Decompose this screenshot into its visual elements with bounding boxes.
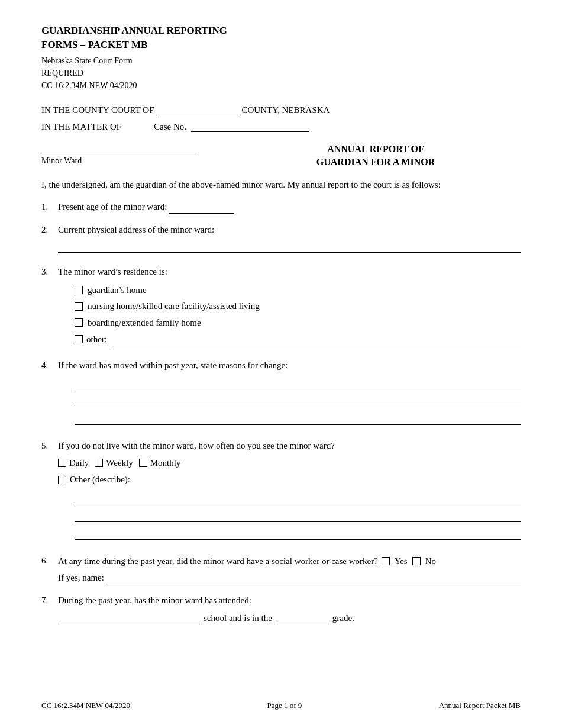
frequency-row: Daily Weekly Monthly xyxy=(58,456,521,470)
item-5-line3[interactable] xyxy=(75,527,521,540)
no-label: No xyxy=(425,554,436,568)
subtitle2: REQUIRED xyxy=(41,69,83,78)
checkbox-no[interactable] xyxy=(412,557,421,565)
page: GUARDIANSHIP ANNUAL REPORTING FORMS – PA… xyxy=(0,0,562,728)
school-text1: school and is in the xyxy=(204,611,272,625)
page-footer: CC 16:2.34M NEW 04/2020 Page 1 of 9 Annu… xyxy=(41,701,521,710)
item-6-text: At any time during the past year, did th… xyxy=(58,554,378,568)
freq-weekly: Weekly xyxy=(95,456,133,470)
daily-label: Daily xyxy=(69,456,89,470)
item-4-text: If the ward has moved within past year, … xyxy=(58,360,288,370)
residence-option-3: boarding/extended family home xyxy=(88,316,201,330)
residence-options: guardian’s home nursing home/skilled car… xyxy=(75,284,521,346)
annual-report-title: ANNUAL REPORT OF GUARDIAN FOR A MINOR xyxy=(231,143,521,169)
checkbox-yes[interactable] xyxy=(382,557,390,565)
checkbox-nursing-home[interactable] xyxy=(75,302,83,311)
item-2-num: 2. xyxy=(41,223,53,237)
matter-label: IN THE MATTER OF xyxy=(41,122,154,132)
county-court-label: IN THE COUNTY COURT OF xyxy=(41,105,154,115)
item-3: 3. The minor ward’s residence is: guardi… xyxy=(41,265,521,349)
residence-boarding: boarding/extended family home xyxy=(75,316,521,330)
address-field[interactable] xyxy=(58,239,521,254)
item-7-content: During the past year, has the minor ward… xyxy=(58,594,521,624)
checkbox-other-describe[interactable] xyxy=(58,476,66,484)
form-subtitle: Nebraska State Court Form REQUIRED CC 16… xyxy=(41,54,521,92)
residence-option-1: guardian’s home xyxy=(88,284,147,297)
item-4: 4. If the ward has moved within past yea… xyxy=(41,359,521,430)
item-5-content: If you do not live with the minor ward, … xyxy=(58,439,521,545)
grade-field[interactable] xyxy=(276,611,329,625)
item-1-num: 1. xyxy=(41,200,53,214)
footer-right: Annual Report Packet MB xyxy=(439,701,521,710)
other-describe-row: Other (describe): xyxy=(58,473,521,487)
ward-signature-line[interactable] xyxy=(41,143,195,153)
item-4-content: If the ward has moved within past year, … xyxy=(58,359,521,430)
residence-option-2: nursing home/skilled care facility/assis… xyxy=(88,299,260,313)
item-2-content: Current physical address of the minor wa… xyxy=(58,223,521,256)
title-line1: GUARDIANSHIP ANNUAL REPORTING xyxy=(41,25,227,36)
item-4-line2[interactable] xyxy=(75,394,521,407)
other-field[interactable] xyxy=(111,332,521,346)
ward-annual-row: Minor Ward ANNUAL REPORT OF GUARDIAN FOR… xyxy=(41,143,521,169)
item-2: 2. Current physical address of the minor… xyxy=(41,223,521,256)
item-5-line2[interactable] xyxy=(75,509,521,522)
item-7: 7. During the past year, has the minor w… xyxy=(41,594,521,624)
checkbox-weekly[interactable] xyxy=(95,459,103,467)
item-6: 6. At any time during the past year, did… xyxy=(41,554,521,585)
other-describe-label: Other (describe): xyxy=(70,473,130,487)
matter-line: IN THE MATTER OF Case No. xyxy=(41,121,521,132)
item-1: 1. Present age of the minor ward: xyxy=(41,200,521,214)
item-4-num: 4. xyxy=(41,359,53,372)
footer-left: CC 16:2.34M NEW 04/2020 xyxy=(41,701,130,710)
item-3-content: The minor ward’s residence is: guardian’… xyxy=(58,265,521,349)
item-5-text: If you do not live with the minor ward, … xyxy=(58,441,335,450)
item-3-text: The minor ward’s residence is: xyxy=(58,267,167,276)
residence-guardians-home: guardian’s home xyxy=(75,284,521,297)
header-section: GUARDIANSHIP ANNUAL REPORTING FORMS – PA… xyxy=(41,24,521,92)
form-title: GUARDIANSHIP ANNUAL REPORTING FORMS – PA… xyxy=(41,24,521,52)
subtitle3: CC 16:2.34M NEW 04/2020 xyxy=(41,81,137,90)
item-5: 5. If you do not live with the minor war… xyxy=(41,439,521,545)
residence-other: other: xyxy=(75,332,521,346)
intro-paragraph: I, the undersigned, am the guardian of t… xyxy=(41,178,521,192)
checkbox-monthly[interactable] xyxy=(139,459,147,467)
weekly-label: Weekly xyxy=(106,456,133,470)
school-row: school and is in the grade. xyxy=(58,611,521,625)
checkbox-other[interactable] xyxy=(75,335,83,343)
item-7-text: During the past year, has the minor ward… xyxy=(58,595,251,605)
annual-report-line1: ANNUAL REPORT OF xyxy=(231,143,521,156)
age-field[interactable] xyxy=(169,200,234,214)
yes-no-area: Yes No xyxy=(382,554,436,568)
item-4-lines xyxy=(75,376,521,425)
item-1-content: Present age of the minor ward: xyxy=(58,200,521,214)
item-6-content: At any time during the past year, did th… xyxy=(58,554,521,585)
residence-nursing-home: nursing home/skilled care facility/assis… xyxy=(75,299,521,313)
freq-monthly: Monthly xyxy=(139,456,181,470)
item-4-line3[interactable] xyxy=(75,412,521,425)
item-2-text: Current physical address of the minor wa… xyxy=(58,225,214,234)
minor-ward-label: Minor Ward xyxy=(41,156,82,165)
monthly-label: Monthly xyxy=(150,456,181,470)
item-4-line1[interactable] xyxy=(75,376,521,389)
item-7-num: 7. xyxy=(41,594,53,607)
item-5-line1[interactable] xyxy=(75,491,521,504)
ward-left: Minor Ward xyxy=(41,143,231,166)
school-name-field[interactable] xyxy=(58,611,200,625)
yes-label: Yes xyxy=(395,554,408,568)
school-text2: grade. xyxy=(332,611,354,625)
title-line2: FORMS – PACKET MB xyxy=(41,39,147,50)
item-1-text: Present age of the minor ward: xyxy=(58,202,167,211)
checkbox-daily[interactable] xyxy=(58,459,66,467)
case-no-field[interactable] xyxy=(191,121,309,132)
checkbox-guardians-home[interactable] xyxy=(75,286,83,294)
item-3-num: 3. xyxy=(41,265,53,279)
freq-daily: Daily xyxy=(58,456,89,470)
case-no-area: Case No. xyxy=(154,121,309,132)
if-yes-name-label: If yes, name: xyxy=(58,571,104,585)
county-nebraska-label: COUNTY, NEBRASKA xyxy=(242,105,330,115)
checkbox-boarding[interactable] xyxy=(75,318,83,327)
item-5-lines xyxy=(75,491,521,540)
annual-report-line2: GUARDIAN FOR A MINOR xyxy=(231,156,521,169)
county-court-field[interactable] xyxy=(157,105,240,115)
if-yes-name-field[interactable] xyxy=(108,571,521,585)
